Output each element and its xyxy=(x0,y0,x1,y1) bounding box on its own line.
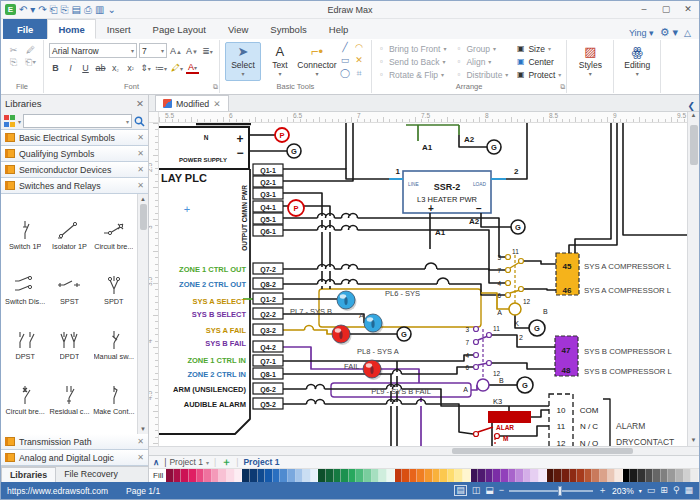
ribbon-tab-page-layout[interactable]: Page Layout xyxy=(142,19,217,39)
color-swatch[interactable] xyxy=(608,469,616,482)
superscript-icon[interactable]: x² xyxy=(124,63,137,73)
fit-page-icon[interactable]: ▭ xyxy=(647,486,656,495)
color-swatch[interactable] xyxy=(433,469,441,482)
font-color-icon[interactable]: A▾ xyxy=(186,62,199,74)
library-close-icon[interactable]: ✕ xyxy=(137,133,144,142)
color-swatch[interactable] xyxy=(471,469,479,482)
vscroll-down-icon[interactable]: ▼ xyxy=(691,435,697,446)
ribbon-tab-help[interactable]: Help xyxy=(318,19,360,39)
library-bar-basic-electrical-symbols[interactable]: Basic Electrical Symbols✕ xyxy=(1,129,148,146)
symbol-spst[interactable]: SPST xyxy=(47,253,91,308)
color-swatch[interactable] xyxy=(197,469,205,482)
color-swatch[interactable] xyxy=(668,469,676,482)
search-icon[interactable] xyxy=(134,116,145,127)
bold-icon[interactable]: B xyxy=(49,63,62,73)
color-swatch[interactable] xyxy=(638,469,646,482)
library-bar-switches-and-relays[interactable]: Switches and Relays✕ xyxy=(1,177,148,194)
color-swatch[interactable] xyxy=(600,469,608,482)
rectangle-tool-icon[interactable]: ▭ xyxy=(338,55,352,68)
zoom-out-icon[interactable]: − xyxy=(499,486,504,495)
grow-font-icon[interactable]: A▲ xyxy=(169,46,183,56)
pan-zoom-icon[interactable]: ⚲ xyxy=(673,486,680,495)
color-swatch[interactable] xyxy=(493,469,501,482)
arrange-center-button[interactable]: ▣Center xyxy=(516,55,561,68)
scroll-up-icon[interactable]: ▲ xyxy=(140,194,146,204)
collapse-pages-icon[interactable]: ∧ xyxy=(153,457,159,467)
zoom-in-icon[interactable]: ＋ xyxy=(598,486,607,495)
paste-icon[interactable]: ⎗▾ xyxy=(23,57,38,68)
grid-icon[interactable]: ▦ xyxy=(684,486,693,495)
color-swatch[interactable] xyxy=(288,469,296,482)
color-swatch[interactable] xyxy=(570,469,578,482)
document-tab[interactable]: Modified ✕ xyxy=(155,95,229,111)
symbol-circuit-breaker[interactable]: Circuit bre... xyxy=(92,198,136,253)
color-swatch[interactable] xyxy=(258,469,266,482)
zoom-slider[interactable] xyxy=(509,490,593,492)
font-dialog-launcher-icon[interactable]: ⧉ xyxy=(213,83,218,91)
color-swatch[interactable] xyxy=(646,469,654,482)
font-family-combo[interactable]: Arial Narrow▾ xyxy=(49,43,137,58)
color-swatch[interactable] xyxy=(227,469,235,482)
color-swatch[interactable] xyxy=(387,469,395,482)
color-swatch[interactable] xyxy=(661,469,669,482)
color-swatch[interactable] xyxy=(486,469,494,482)
color-swatch[interactable] xyxy=(531,469,539,482)
color-swatch[interactable] xyxy=(554,469,562,482)
symbol-manual-switch[interactable]: Manual sw... xyxy=(92,308,136,363)
color-swatch[interactable] xyxy=(410,469,418,482)
color-swatch[interactable] xyxy=(311,469,319,482)
color-swatch[interactable] xyxy=(440,469,448,482)
crop-tool-icon[interactable]: ⌗ xyxy=(352,68,366,81)
text-style-icon[interactable]: ≣▾ xyxy=(201,46,214,56)
color-swatch[interactable] xyxy=(425,469,433,482)
color-swatch[interactable] xyxy=(676,469,684,482)
vscroll-up-icon[interactable]: ▲ xyxy=(687,112,699,123)
fit-width-icon[interactable]: ⊞ xyxy=(660,486,668,495)
normal-view-icon[interactable]: ▤ xyxy=(454,485,467,496)
zoom-level[interactable]: 203% xyxy=(612,486,634,496)
line-spacing-icon[interactable]: ⇕▾ xyxy=(139,63,152,73)
symbol-residual-current[interactable]: Residual c... xyxy=(47,363,91,418)
symbol-circuit-breaker-2[interactable]: Circuit bre... xyxy=(3,363,47,418)
color-swatch[interactable] xyxy=(349,469,357,482)
library-bar-analog-and-digital-logic[interactable]: Analog and Digital Logic✕ xyxy=(1,449,148,466)
color-swatch[interactable] xyxy=(341,469,349,482)
styles-button[interactable]: ▨ Styles▾ xyxy=(572,42,608,79)
arrange-size-button[interactable]: ▣Size▾ xyxy=(516,42,561,55)
color-swatch[interactable] xyxy=(653,469,661,482)
status-url[interactable]: https://www.edrawsoft.com xyxy=(7,486,108,496)
color-swatch[interactable] xyxy=(379,469,387,482)
sidebar-tab-libraries[interactable]: Libraries xyxy=(1,467,56,482)
arrange-bring-to-front-button[interactable]: ▫Bring to Front▾ xyxy=(377,42,447,55)
ribbon-tab-insert[interactable]: Insert xyxy=(96,19,142,39)
color-swatch[interactable] xyxy=(189,469,197,482)
page-tab-project1[interactable]: Project 1 xyxy=(243,457,279,467)
color-swatch[interactable] xyxy=(318,469,326,482)
color-swatch[interactable] xyxy=(372,469,380,482)
color-swatch[interactable] xyxy=(562,469,570,482)
color-swatch[interactable] xyxy=(509,469,517,482)
sidebar-tab-file-recovery[interactable]: File Recovery xyxy=(56,467,126,482)
drawing-canvas[interactable]: Q1-1Q2-1Q3-1Q4-1Q5-1Q6-1Q7-2Q8-2Q1-2Q2-2… xyxy=(159,123,687,446)
color-swatch[interactable] xyxy=(630,469,638,482)
library-close-icon[interactable]: ✕ xyxy=(137,453,144,462)
library-close-icon[interactable]: ✕ xyxy=(137,149,144,158)
ribbon-tab-home[interactable]: Home xyxy=(47,19,95,39)
color-swatch[interactable] xyxy=(623,469,631,482)
color-swatch[interactable] xyxy=(296,469,304,482)
color-swatch[interactable] xyxy=(265,469,273,482)
highlight-color-icon[interactable]: 🖍▾ xyxy=(170,63,184,73)
color-swatch[interactable] xyxy=(303,469,311,482)
color-swatch[interactable] xyxy=(577,469,585,482)
symbol-isolator-1p[interactable]: Isolator 1P xyxy=(47,198,91,253)
page-selector[interactable]: |Project 1 ▾ xyxy=(164,457,209,467)
color-swatch[interactable] xyxy=(524,469,532,482)
color-swatch[interactable] xyxy=(539,469,547,482)
color-swatch[interactable] xyxy=(250,469,258,482)
color-swatch[interactable] xyxy=(280,469,288,482)
presentation-view-icon[interactable]: ⬓ xyxy=(485,486,494,495)
bullets-icon[interactable]: ≔▾ xyxy=(154,63,168,73)
library-bar-semiconductor-devices[interactable]: Semiconductor Devices✕ xyxy=(1,161,148,178)
arrange-dialog-launcher-icon[interactable]: ⧉ xyxy=(560,83,565,91)
editing-button[interactable]: ꙮ Editing▾ xyxy=(619,42,655,79)
